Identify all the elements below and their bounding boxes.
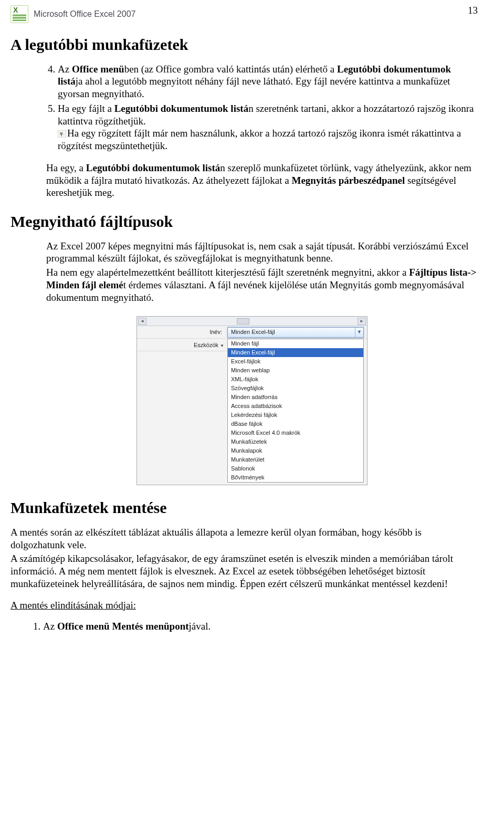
scroll-thumb[interactable]: [237, 318, 249, 325]
horizontal-scrollbar[interactable]: ◄ ►: [137, 317, 367, 326]
chevron-down-icon[interactable]: ▼: [355, 328, 363, 337]
filetype-option[interactable]: Minden fájl: [228, 339, 363, 348]
tools-dropdown[interactable]: Eszközök▼: [137, 339, 227, 351]
chevron-down-icon: ▼: [220, 343, 224, 349]
filetype-option[interactable]: Access adatbázisok: [228, 402, 363, 411]
filetype-option[interactable]: dBase fájlok: [228, 420, 363, 428]
scroll-track[interactable]: [148, 318, 356, 325]
filetype-option[interactable]: Minden weblap: [228, 366, 363, 375]
text: Az: [43, 621, 57, 632]
text: Ha egy rögzített fájlt már nem használun…: [58, 128, 461, 151]
filetype-option[interactable]: Excel-fájlok: [228, 357, 363, 366]
bold-text: Legutóbbi dokumentumok listá: [114, 103, 249, 114]
header: Microsoft Office Excel 2007: [10, 5, 478, 23]
bold-text: Legutóbbi dokumentumok listá: [86, 162, 220, 173]
paragraph-moved-files: Ha egy, a Legutóbbi dokumentumok listán …: [46, 162, 478, 199]
filename-row: lnév: Minden Excel-fájl ▼: [137, 326, 367, 339]
app-title: Microsoft Office Excel 2007: [34, 9, 135, 19]
filetype-option[interactable]: Lekérdezési fájlok: [228, 411, 363, 420]
section-filetypes: Az Excel 2007 képes megnyitni más fájltí…: [46, 240, 478, 304]
pin-icon: [58, 128, 66, 135]
filetype-option[interactable]: Munkaterület: [228, 455, 363, 464]
section-save: A mentés során az elkészített táblázat a…: [10, 526, 478, 633]
scroll-right-button[interactable]: ►: [358, 318, 366, 325]
filetype-option[interactable]: Munkafüzetek: [228, 437, 363, 446]
text: Ha egy, a: [46, 162, 86, 173]
excel-icon: [10, 5, 28, 23]
tools-row: Eszközök▼ Minden fájlMinden Excel-fájlEx…: [137, 339, 367, 485]
list-item-5: Ha egy fájlt a Legutóbbi dokumentumok li…: [58, 102, 478, 152]
text: Ha egy fájlt a: [58, 103, 114, 114]
filetype-option[interactable]: Szövegfájlok: [228, 384, 363, 393]
open-dialog-screenshot: ◄ ► lnév: Minden Excel-fájl ▼ Eszközök▼ …: [136, 316, 368, 485]
filetype-option[interactable]: Minden Excel-fájl: [228, 348, 363, 357]
scroll-left-button[interactable]: ◄: [138, 318, 146, 325]
text: ja ahol a legutóbb megnyitott néhány fáj…: [58, 76, 450, 99]
paragraph-filetypes-1: Az Excel 2007 képes megnyitni más fájltí…: [46, 240, 478, 265]
filetype-option[interactable]: Bővítmények: [228, 473, 363, 482]
filetype-option[interactable]: Minden adatforrás: [228, 393, 363, 402]
combobox-value: Minden Excel-fájl: [231, 329, 275, 336]
paragraph-save-2: A számítógép kikapcsolásakor, lefagyásak…: [10, 552, 478, 590]
filetype-option[interactable]: Sablonok: [228, 464, 363, 473]
list-item-4: Az Office menüben (az Office gombra való…: [58, 63, 478, 100]
pin-paragraph: Ha egy rögzített fájlt már nem használun…: [58, 127, 478, 152]
bold-text: Office menü Mentés menüpont: [57, 621, 189, 632]
paragraph-save-methods-title: A mentés elindításának módjai:: [10, 599, 478, 612]
paragraph-filetypes-2: Ha nem egy alapértelmezettként beállítot…: [46, 266, 478, 304]
heading-filetypes: Megnyitható fájltípusok: [10, 212, 478, 232]
tools-label: Eszközök: [194, 342, 218, 348]
filetype-option[interactable]: XML-fájlok: [228, 375, 363, 384]
page-number: 13: [468, 4, 478, 17]
filename-label: lnév:: [137, 329, 227, 336]
text: jával.: [189, 621, 211, 632]
paragraph-save-1: A mentés során az elkészített táblázat a…: [10, 526, 478, 551]
heading-save: Munkafüzetek mentése: [10, 498, 478, 518]
list-item-save-1: Az Office menü Mentés menüpontjával.: [43, 620, 478, 633]
filetype-option[interactable]: Microsoft Excel 4.0 makrók: [228, 428, 363, 437]
bold-text: Megnyitás párbeszédpanel: [291, 175, 405, 186]
filetype-list[interactable]: Minden fájlMinden Excel-fájlExcel-fájlok…: [227, 339, 364, 483]
bold-text: Office menü: [72, 64, 124, 75]
filetype-option[interactable]: Munkalapok: [228, 446, 363, 455]
filetype-combobox[interactable]: Minden Excel-fájl ▼: [227, 327, 364, 338]
section-recent: Az Office menüben (az Office gombra való…: [46, 63, 478, 200]
text: Az: [58, 64, 72, 75]
text: Ha nem egy alapértelmezettként beállítot…: [46, 267, 409, 278]
heading-recent-workbooks: A legutóbbi munkafüzetek: [10, 35, 478, 55]
text: ben (az Office gombra való kattintás utá…: [124, 64, 337, 75]
